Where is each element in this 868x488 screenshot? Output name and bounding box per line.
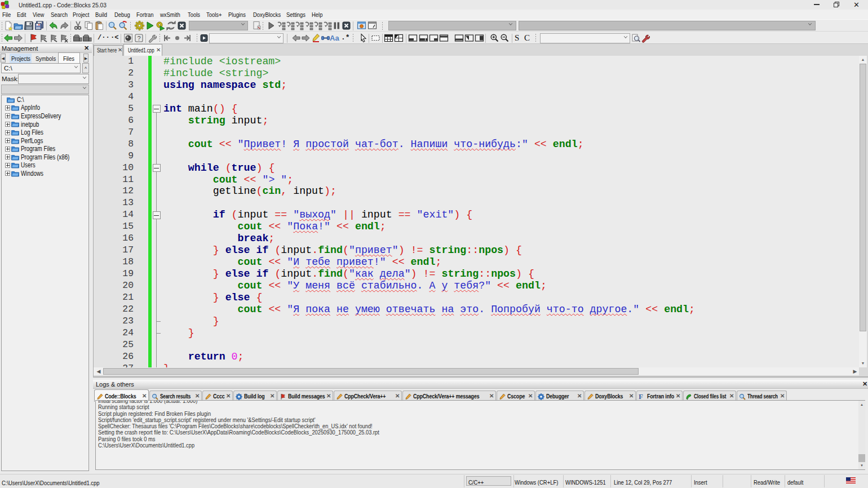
svg-text:?: ? xyxy=(137,35,140,42)
